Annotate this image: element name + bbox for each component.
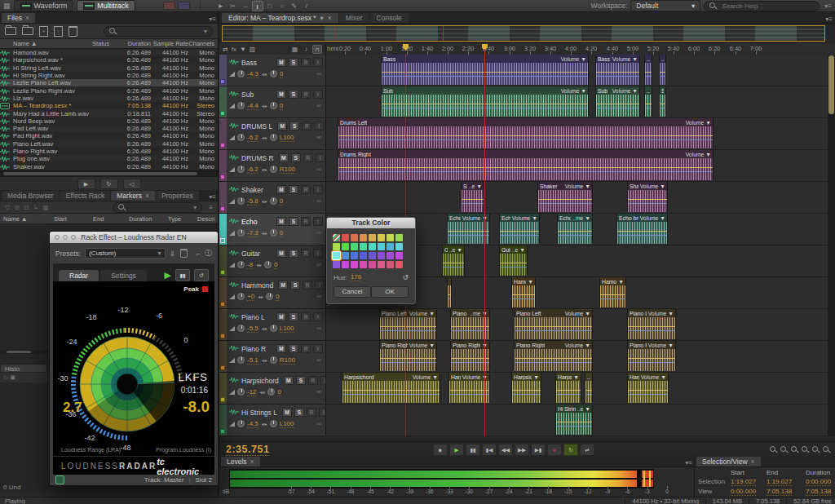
track-monitor-button[interactable]: I: [313, 249, 323, 258]
volume-knob[interactable]: [237, 134, 245, 141]
clip-volume-menu[interactable]: ..me ▼: [572, 215, 590, 221]
file-row[interactable]: Hi String Right.wav6:26.48944100 HzMono: [0, 72, 218, 79]
pan-knob[interactable]: [270, 197, 277, 205]
color-swatch[interactable]: [395, 252, 403, 259]
track-lane[interactable]: HarpsichordVolume ▼HarpsichordVolume ▼Ha…: [326, 373, 835, 404]
track-color-chip[interactable]: [220, 111, 225, 116]
file-row[interactable]: Mary Had a Little Lamb.wav0:18.81144100 …: [0, 109, 218, 117]
preset-select[interactable]: (Custom)▾: [85, 248, 165, 259]
track-color-chip[interactable]: [220, 302, 225, 307]
file-row[interactable]: Nord Beep.wav6:26.48944100 HzMono: [0, 117, 218, 125]
volume-knob[interactable]: [237, 166, 245, 173]
track-solo-button[interactable]: S: [289, 312, 298, 321]
clip-volume-menu[interactable]: ▼: [618, 279, 624, 285]
volume-knob[interactable]: [237, 293, 245, 300]
pan-knob[interactable]: [270, 325, 277, 332]
volume-value[interactable]: -5.8: [247, 197, 258, 206]
audio-clip[interactable]: HarpsichordVolume ▼: [342, 373, 440, 403]
hue-value[interactable]: 176: [351, 273, 361, 281]
track-arm-button[interactable]: R: [301, 185, 311, 194]
color-swatch[interactable]: [342, 234, 349, 241]
volume-value[interactable]: -6.2: [247, 166, 258, 174]
tab-media-browser[interactable]: Media Browser: [2, 191, 60, 201]
audio-clip[interactable]: Piano LeftVolume ▼: [514, 309, 593, 339]
volume-value[interactable]: -4.3: [247, 70, 258, 78]
track-color-chip[interactable]: [220, 365, 225, 370]
clip-volume-menu[interactable]: ▼: [573, 374, 579, 380]
pan-value[interactable]: R100: [280, 166, 295, 174]
files-column-header[interactable]: Name ▲StatusDurationSample RateChannels: [0, 39, 218, 49]
clip-volume-menu[interactable]: Volume ▼: [409, 311, 435, 316]
file-row[interactable]: Harpsichord.wav *6:26.48944100 HzMono: [0, 56, 218, 64]
stop-button[interactable]: ■: [433, 444, 448, 456]
color-swatch[interactable]: [395, 243, 403, 250]
volume-value[interactable]: -7.3: [247, 229, 258, 237]
track-solo-button[interactable]: S: [289, 344, 298, 353]
track-color-strip[interactable]: [219, 182, 227, 213]
audio-clip[interactable]: ..d: [447, 277, 452, 307]
volume-knob[interactable]: [237, 229, 245, 237]
track-monitor-button[interactable]: I: [313, 312, 323, 321]
pan-knob[interactable]: [270, 102, 277, 109]
color-swatch[interactable]: [369, 252, 376, 259]
tab-editor[interactable]: Editor: MA – Teardrop.sesx *▾×: [222, 13, 338, 23]
new-file-icon[interactable]: +: [39, 26, 48, 37]
track-color-strip[interactable]: [219, 86, 227, 117]
pan-value[interactable]: R100: [280, 356, 295, 365]
audio-clip[interactable]: Drums LeftVolume ▼: [338, 118, 714, 148]
markers-column-end[interactable]: End: [90, 215, 126, 223]
tab-selection-view[interactable]: Selection/View×: [696, 457, 761, 466]
volume-knob[interactable]: [237, 261, 245, 268]
audio-clip[interactable]: ShakerVolume ▼: [627, 182, 668, 212]
audio-clip[interactable]: Piano RightVolume ▼: [627, 341, 676, 371]
clip-volume-menu[interactable]: Volume ▼: [565, 343, 590, 348]
pan-knob[interactable]: [264, 261, 272, 268]
volume-knob[interactable]: [237, 325, 245, 332]
selview-value[interactable]: 7:05.138: [767, 488, 792, 496]
markers-column-descri[interactable]: Descri: [194, 215, 219, 223]
clip-volume-menu[interactable]: Volume ▼: [561, 88, 586, 94]
clip-volume-menu[interactable]: Volume ▼: [648, 343, 674, 348]
file-row[interactable]: Shaker.wav6:26.48944100 HzMono: [0, 162, 218, 170]
file-row[interactable]: Lezlie Piano Right.wav6:26.48944100 HzMo…: [0, 86, 218, 94]
radar-reset-button[interactable]: ↺: [194, 269, 209, 281]
color-swatch[interactable]: [351, 243, 358, 250]
files-search[interactable]: ▾: [104, 26, 213, 37]
tab-radar[interactable]: Radar: [59, 270, 99, 281]
cancel-button[interactable]: Cancel: [334, 286, 371, 298]
track-color-chip[interactable]: [220, 175, 225, 179]
track-solo-button[interactable]: S: [289, 217, 298, 226]
pan-knob[interactable]: [267, 388, 275, 396]
radar-play-icon[interactable]: ▶: [165, 268, 171, 281]
tracks-vscrollbar[interactable]: [828, 55, 835, 436]
track-monitor-button[interactable]: I: [313, 90, 323, 99]
zoom-out-amplitude-icon[interactable]: [780, 446, 788, 453]
color-swatch[interactable]: [369, 234, 376, 241]
clip-volume-menu[interactable]: Volume ▼: [561, 56, 586, 62]
zoom-circle-icon[interactable]: [71, 235, 76, 240]
volume-knob[interactable]: [237, 70, 245, 77]
minimize-circle-icon[interactable]: [63, 235, 68, 240]
clip-volume-menu[interactable]: ▼: [528, 279, 533, 285]
audio-clip[interactable]: BassVolume ▼: [595, 55, 640, 85]
ok-button[interactable]: OK: [371, 286, 409, 298]
clip-volume-menu[interactable]: Volume ▼: [512, 215, 537, 221]
track-monitor-button[interactable]: I: [319, 408, 325, 417]
track-arm-button[interactable]: R: [303, 153, 313, 162]
waveform-view-icon[interactable]: [163, 2, 175, 10]
pan-knob[interactable]: [270, 70, 277, 77]
audio-clip[interactable]: Echo break..me ▼: [557, 214, 593, 244]
track-monitor-button[interactable]: I: [314, 122, 324, 130]
brush-tool[interactable]: ✎: [289, 1, 300, 11]
track-color-chip[interactable]: [220, 397, 225, 402]
volume-knob[interactable]: [237, 420, 245, 427]
fast-forward-button[interactable]: ▶▶: [515, 444, 529, 456]
track-color-strip[interactable]: [219, 405, 227, 435]
pan-value[interactable]: L100: [280, 420, 294, 428]
track-lane[interactable]: Shaker..e ▼ShakerVolume ▼ShakerVolume ▼: [326, 182, 835, 213]
panel-menu-icon[interactable]: ▾≡: [209, 193, 216, 201]
clip-volume-menu[interactable]: Volume ▼: [565, 183, 590, 189]
selview-value[interactable]: 7:05.138: [806, 488, 831, 496]
track-mute-button[interactable]: M: [278, 281, 288, 290]
track-lane[interactable]: Piano RightVolume ▼Piano Right▼Piano Rig…: [326, 341, 835, 372]
